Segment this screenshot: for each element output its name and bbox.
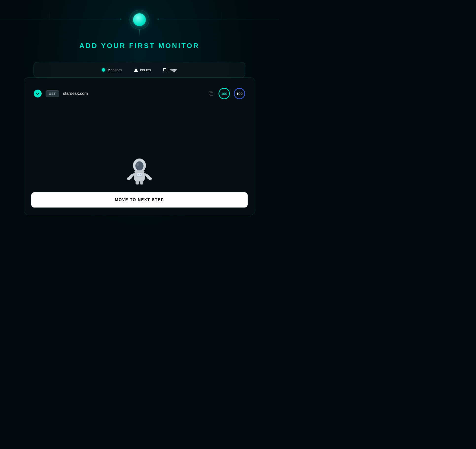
svg-point-8 [135,161,143,170]
page-title: ADD YOUR FIRST MONITOR [79,42,200,50]
orb-connector [139,30,140,37]
tab-monitors[interactable]: Monitors [102,68,122,72]
svg-point-17 [138,174,139,175]
astronaut-area [31,102,248,187]
tab-page-label: Page [169,68,177,72]
tab-page[interactable]: Page [163,68,177,72]
svg-rect-15 [140,180,143,185]
svg-point-19 [135,170,145,173]
top-orb-container [130,10,149,37]
svg-point-13 [148,177,152,180]
svg-rect-16 [137,173,142,176]
move-to-next-step-button[interactable]: MOVE TO NEXT STEP [31,192,248,208]
square-icon [163,68,166,71]
copy-icon[interactable] [208,91,215,96]
svg-rect-14 [136,180,139,185]
svg-point-3 [157,18,159,20]
method-badge: GET [46,90,59,97]
url-text: stardesk.com [63,91,204,96]
svg-point-2 [120,18,121,20]
score-green-badge: 100 [219,88,230,99]
tabs-card: Monitors Issues Page [34,62,245,78]
check-icon [34,90,42,97]
tab-issues[interactable]: Issues [134,68,151,72]
monitor-row: GET stardesk.com 100 100 [31,85,248,102]
main-card: GET stardesk.com 100 100 [24,77,255,215]
astronaut-figure [122,157,157,187]
circle-icon [102,68,105,72]
tab-monitors-label: Monitors [107,68,122,72]
svg-rect-6 [210,93,213,96]
svg-point-12 [127,177,131,180]
orb [133,13,146,26]
orb-ring [130,10,149,30]
tab-issues-label: Issues [140,68,151,72]
svg-point-18 [140,174,141,175]
triangle-icon [134,68,138,72]
score-blue-badge: 100 [234,88,245,99]
